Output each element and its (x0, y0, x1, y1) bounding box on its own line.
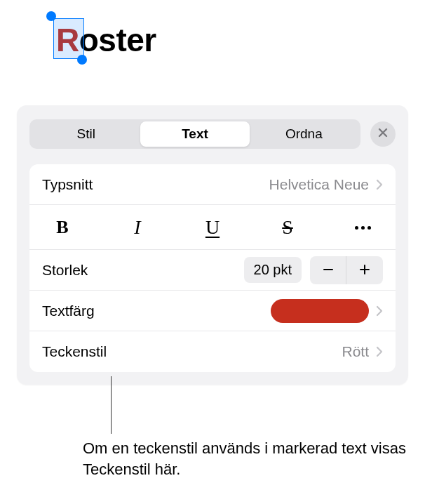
chevron-right-icon (376, 179, 383, 190)
minus-icon (322, 259, 335, 281)
size-value[interactable]: 20 pkt (244, 257, 302, 283)
more-icon (353, 219, 372, 235)
plus-icon (358, 259, 371, 281)
close-button[interactable] (370, 121, 396, 147)
text-color-label: Textfärg (42, 303, 95, 319)
italic-button[interactable]: I (120, 213, 155, 241)
text-color-swatch[interactable] (271, 299, 369, 323)
panel-tab-segmented-control[interactable]: Stil Text Ordna (29, 119, 360, 149)
size-increase-button[interactable] (346, 256, 383, 284)
more-styles-button[interactable] (345, 213, 380, 241)
character-style-value: Rött (342, 343, 369, 360)
strikethrough-button[interactable]: S (270, 213, 305, 241)
close-icon (377, 127, 389, 141)
selection-handle-top-left[interactable] (46, 11, 56, 21)
character-style-row[interactable]: Teckenstil Rött (29, 331, 396, 372)
bold-button[interactable]: B (45, 213, 80, 241)
chevron-right-icon (376, 305, 383, 317)
callout-text: Om en teckenstil används i markerad text… (83, 438, 412, 479)
character-style-label: Teckenstil (42, 343, 107, 360)
font-value: Helvetica Neue (269, 176, 369, 193)
size-decrease-button[interactable] (310, 256, 346, 284)
tab-text[interactable]: Text (140, 121, 249, 147)
selected-text-box[interactable]: Roster (56, 21, 156, 59)
selection-handle-bottom-right[interactable] (77, 55, 87, 65)
font-row[interactable]: Typsnitt Helvetica Neue (29, 164, 396, 205)
rest-letters: oster (79, 22, 156, 58)
document-canvas[interactable]: Roster (0, 0, 425, 105)
size-label: Storlek (42, 262, 88, 279)
text-format-card: Typsnitt Helvetica Neue B I U S Storlek … (29, 164, 396, 372)
format-panel: Stil Text Ordna Typsnitt Helvetica Neue … (17, 105, 408, 385)
text-color-row[interactable]: Textfärg (29, 291, 396, 331)
size-stepper (310, 256, 383, 284)
size-row: Storlek 20 pkt (29, 250, 396, 291)
underline-button[interactable]: U (195, 213, 230, 241)
selection-rectangle (53, 18, 84, 59)
callout-leader-line (111, 376, 112, 434)
chevron-right-icon (376, 346, 383, 357)
tab-style[interactable]: Stil (32, 121, 140, 147)
tab-arrange[interactable]: Ordna (250, 121, 358, 147)
text-style-row: B I U S (29, 205, 396, 250)
font-label: Typsnitt (42, 176, 93, 193)
